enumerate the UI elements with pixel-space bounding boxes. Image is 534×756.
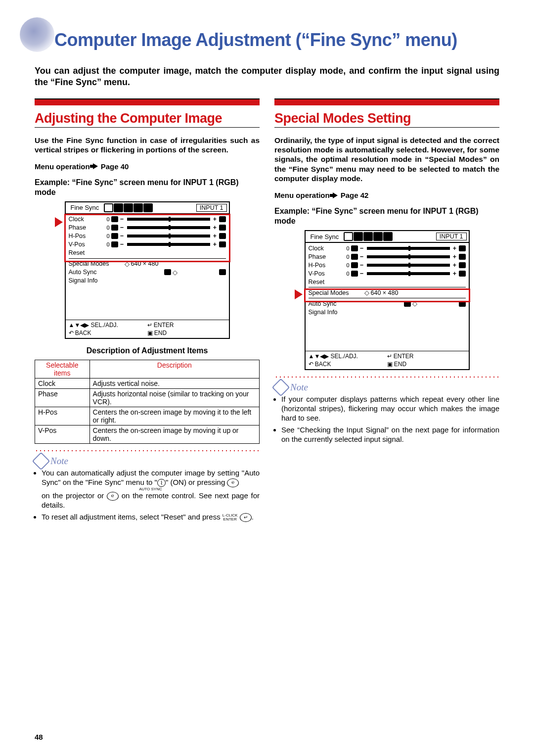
section-heading-left: Adjusting the Computer Image <box>35 111 260 125</box>
menu-operation-ref: Menu operation Page 40 <box>35 162 260 171</box>
note-list: If your computer displays patterns which… <box>274 395 499 444</box>
osd-tab-icon <box>344 232 353 241</box>
osd-autosync-icon <box>459 301 466 307</box>
autosync-button-icon: ℮ <box>227 478 239 487</box>
table-row: PhaseAdjusts horizontal noise (similar t… <box>35 388 260 407</box>
osd-item: Auto Sync <box>69 269 123 276</box>
note-label: Note <box>50 456 68 467</box>
osd-tab-icon <box>114 203 123 212</box>
plus-icon: + <box>213 241 218 248</box>
osd-left-icon <box>111 216 118 222</box>
osd-right-icon <box>219 241 226 247</box>
osd-input-label: INPUT 1 <box>196 204 227 212</box>
plus-icon: + <box>213 216 218 223</box>
osd-foot-end: END <box>394 361 406 368</box>
page-title: Computer Image Adjustment (“Fine Sync” m… <box>54 30 499 50</box>
minus-icon: − <box>359 270 364 277</box>
rule <box>35 127 260 128</box>
minus-icon: − <box>120 233 125 239</box>
osd-slider <box>127 226 210 229</box>
osd-left-icon <box>111 233 118 239</box>
osd-slider <box>127 218 210 221</box>
osd-right-icon <box>459 262 466 268</box>
autosync-on-icon: ⌇ <box>157 479 166 487</box>
osd-foot-seladj: SEL./ADJ. <box>91 322 118 329</box>
osd-value: 0 <box>102 241 110 247</box>
osd-item: Signal Info <box>309 309 363 316</box>
osd-value: 0 <box>342 271 350 277</box>
highlight-arrow-icon <box>55 217 63 227</box>
dotted-separator <box>35 450 260 452</box>
rule <box>274 127 499 128</box>
minus-icon: − <box>120 241 125 248</box>
osd-item: Special Modes <box>309 289 363 296</box>
osd-slider <box>127 235 210 237</box>
menu-op-label: Menu operation <box>274 191 330 199</box>
table-row: ClockAdjusts vertical noise. <box>35 378 260 388</box>
osd-autosync-icon <box>219 269 226 275</box>
osd-item: V-Pos <box>69 241 100 248</box>
arrow-right-icon <box>93 163 98 169</box>
icon-caption: AUTO SYNC <box>42 487 260 491</box>
osd-left-icon <box>351 271 358 277</box>
osd-foot-back: BACK <box>315 361 331 368</box>
osd-value: 0 <box>342 262 350 268</box>
osd-left-icon <box>111 241 118 247</box>
plus-icon: + <box>452 245 457 252</box>
osd-right-icon <box>219 225 226 231</box>
minus-icon: − <box>359 262 364 269</box>
note-item: If your computer displays patterns which… <box>281 395 499 423</box>
header-orb-decoration <box>20 17 54 52</box>
osd-foot-end: END <box>154 330 167 336</box>
section-heading-right: Special Modes Setting <box>274 111 499 125</box>
osd-right-icon <box>459 271 466 277</box>
osd-item: Phase <box>309 253 340 260</box>
osd-right-icon <box>219 216 226 222</box>
osd-item: Signal Info <box>69 277 123 284</box>
note-heading: Note <box>274 381 499 394</box>
table-cell: Centers the on-screen image by moving it… <box>89 425 259 443</box>
osd-item: Phase <box>69 224 100 231</box>
osd-title: Fine Sync <box>308 233 342 240</box>
intro-paragraph: You can adjust the computer image, match… <box>35 65 499 89</box>
osd-value: 0 <box>102 233 110 239</box>
note-item: See “Checking the Input Signal” on the n… <box>281 425 499 444</box>
osd-foot-enter: ENTER <box>394 353 414 360</box>
osd-footer: ▲▼◀▶ SEL./ADJ. ↵ ENTER ↶ BACK ▣ END <box>306 351 469 369</box>
note-label: Note <box>290 382 308 393</box>
section-divider <box>35 98 260 105</box>
osd-slider <box>367 247 450 250</box>
osd-item: Reset <box>69 249 100 256</box>
icon-caption: L-CLICKENTER <box>222 514 238 521</box>
table-cell: Adjusts horizontal noise (similar to tra… <box>89 388 259 407</box>
osd-right-icon <box>459 254 466 260</box>
plus-icon: + <box>213 233 218 239</box>
osd-right-icon <box>459 245 466 251</box>
osd-screenshot-right: Fine Sync INPUT 1 Clock0−+ Phase0−+ H-Po… <box>305 230 470 370</box>
table-row: V-PosCenters the on-screen image by movi… <box>35 425 260 443</box>
osd-special-value: 640 × 480 <box>131 260 159 267</box>
table-row: H-PosCenters the on-screen image by movi… <box>35 407 260 425</box>
table-cell: H-Pos <box>35 407 90 425</box>
enter-button-icon: ↵ <box>240 513 252 522</box>
section-divider <box>274 98 499 105</box>
diamond-icon: ◇ <box>173 269 178 276</box>
plus-icon: + <box>213 224 218 231</box>
example-heading-right: Example: “Fine Sync” screen menu for INP… <box>274 206 499 226</box>
osd-item: Auto Sync <box>309 300 363 307</box>
table-cell: Clock <box>35 378 90 388</box>
note-item: To reset all adjustment items, select "R… <box>42 513 260 522</box>
osd-title: Fine Sync <box>68 204 102 211</box>
osd-slider <box>367 272 450 275</box>
osd-value: 0 <box>102 216 110 222</box>
osd-item: Clock <box>69 216 100 223</box>
osd-slider <box>367 255 450 258</box>
table-cell: Centers the on-screen image by moving it… <box>89 407 259 425</box>
osd-left-icon <box>351 262 358 268</box>
osd-value: 0 <box>102 225 110 231</box>
table-cell: V-Pos <box>35 425 90 443</box>
table-cell: Adjusts vertical noise. <box>89 378 259 388</box>
osd-tab-icon <box>124 203 133 212</box>
highlight-arrow-icon <box>295 289 303 299</box>
osd-item: H-Pos <box>309 262 340 269</box>
